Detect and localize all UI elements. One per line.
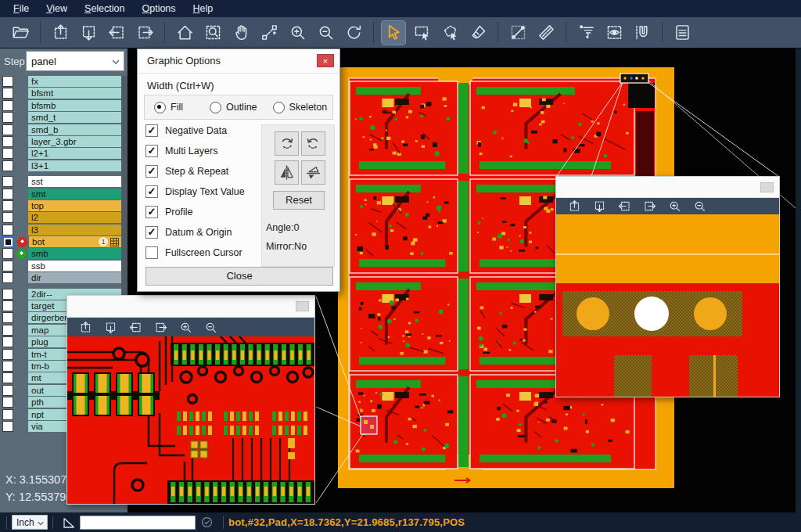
layer-row-smt[interactable]: smt xyxy=(0,189,128,200)
zoom-in-icon[interactable] xyxy=(177,319,194,335)
layer-row-top[interactable]: top xyxy=(0,200,128,211)
layer-name[interactable]: smd_b xyxy=(28,124,121,135)
pan-left-icon[interactable] xyxy=(105,21,128,45)
rect-select-icon[interactable] xyxy=(410,21,433,45)
layer-row-fx[interactable]: fx xyxy=(0,76,128,87)
layer-visibility-checkbox[interactable] xyxy=(2,189,13,200)
corner-angle-icon[interactable] xyxy=(61,515,77,530)
menu-file[interactable]: File xyxy=(5,0,38,17)
magnifier-window-button[interactable] xyxy=(760,182,774,192)
layer-row-dir[interactable]: dir xyxy=(0,272,128,283)
layer-name[interactable]: sst xyxy=(28,176,121,187)
measure-line-icon[interactable] xyxy=(506,21,530,45)
layer-name[interactable]: l2 xyxy=(28,212,121,223)
magnifier-window-top[interactable] xyxy=(555,176,780,397)
zoom-out-icon[interactable] xyxy=(314,21,337,45)
layer-visibility-checkbox[interactable] xyxy=(2,272,13,283)
layer-visibility-checkbox[interactable] xyxy=(2,88,13,99)
layer-visibility-checkbox[interactable] xyxy=(2,76,13,87)
layer-name[interactable]: smd_t xyxy=(28,112,121,123)
layer-row-sst[interactable]: sst xyxy=(0,176,128,187)
zoom-out-icon[interactable] xyxy=(691,199,708,214)
layer-row-layer_3.gbr[interactable]: layer_3.gbr xyxy=(0,136,128,147)
flip-horizontal-icon[interactable] xyxy=(275,160,299,185)
checkbox-datum-origin[interactable]: ✓Datum & Origin xyxy=(145,222,245,243)
zoom-in-icon[interactable] xyxy=(666,199,683,214)
layer-visibility-checkbox[interactable] xyxy=(2,361,13,372)
layer-row-bfsmb[interactable]: bfsmb xyxy=(0,100,128,111)
checkbox-fullscreen-cursor[interactable]: Fullscreen Cursor xyxy=(145,243,245,263)
layer-name[interactable]: top xyxy=(28,200,121,211)
layer-name[interactable]: dir xyxy=(28,272,121,283)
layer-visibility-checkbox[interactable] xyxy=(2,397,13,408)
view-box-icon[interactable] xyxy=(602,21,626,45)
layer-row-l2+1[interactable]: l2+1 xyxy=(0,148,128,159)
layer-visibility-checkbox[interactable] xyxy=(2,160,13,171)
layer-visibility-checkbox[interactable] xyxy=(2,212,13,223)
layer-row-bfsmt[interactable]: bfsmt xyxy=(0,88,128,99)
ruler-icon[interactable] xyxy=(534,21,558,45)
zoom-out-icon[interactable] xyxy=(202,319,219,335)
layer-visibility-checkbox[interactable] xyxy=(2,421,13,432)
close-icon[interactable]: × xyxy=(317,54,334,67)
radio-fill[interactable]: Fill xyxy=(154,102,183,113)
layer-visibility-checkbox[interactable] xyxy=(2,200,13,211)
canvas-scrollbar[interactable] xyxy=(796,49,801,512)
layer-row-smb[interactable]: smb xyxy=(0,248,128,259)
layer-visibility-checkbox[interactable] xyxy=(2,289,13,300)
layer-visibility-checkbox[interactable] xyxy=(2,148,13,159)
layer-visibility-checkbox[interactable] xyxy=(2,112,13,123)
layer-visibility-checkbox[interactable] xyxy=(2,336,13,347)
magnifier-title-bar[interactable] xyxy=(67,296,314,318)
layer-row-l3[interactable]: l3 xyxy=(0,225,128,235)
layer-visibility-checkbox[interactable] xyxy=(2,261,13,271)
layer-visibility-checkbox[interactable] xyxy=(2,372,13,383)
layer-row-l2[interactable]: l2 xyxy=(0,212,128,223)
layer-name[interactable]: l3+1 xyxy=(28,160,121,171)
checkbox-negative-data[interactable]: ✓Negative Data xyxy=(145,120,245,141)
reset-button[interactable]: Reset xyxy=(273,191,325,210)
magnifier-window-bottom[interactable] xyxy=(66,295,315,505)
layer-row-smd_t[interactable]: smd_t xyxy=(0,112,128,123)
menu-selection[interactable]: Selection xyxy=(76,0,133,17)
menu-help[interactable]: Help xyxy=(185,0,222,17)
layer-visibility-checkbox[interactable] xyxy=(2,236,14,248)
layer-visibility-checkbox[interactable] xyxy=(2,300,13,311)
radio-outline[interactable]: Outline xyxy=(210,102,257,113)
layer-visibility-checkbox[interactable] xyxy=(2,385,13,396)
pan-down-icon[interactable] xyxy=(102,319,119,335)
sync-check-icon[interactable] xyxy=(200,516,214,529)
layer-visibility-checkbox[interactable] xyxy=(2,312,13,323)
snap-magnet-icon[interactable] xyxy=(630,21,654,45)
home-icon[interactable] xyxy=(173,21,196,45)
select-cursor-icon[interactable] xyxy=(382,21,405,45)
zoom-window-icon[interactable] xyxy=(201,21,224,45)
menu-view[interactable]: View xyxy=(38,0,76,17)
layer-name[interactable]: smb xyxy=(28,248,121,259)
step-select[interactable]: panel xyxy=(26,51,124,71)
radio-skeleton[interactable]: Skeleton xyxy=(273,102,328,113)
layer-row-bot[interactable]: bot1 xyxy=(0,236,128,247)
pan-up-icon[interactable] xyxy=(77,319,94,335)
magnifier-window-button[interactable] xyxy=(296,301,309,311)
layer-name[interactable]: bfsmb xyxy=(28,100,121,111)
pan-hand-icon[interactable] xyxy=(229,21,253,45)
checkbox-profile[interactable]: ✓Profile xyxy=(145,202,245,222)
layer-name[interactable]: fx xyxy=(28,76,121,87)
zoom-in-icon[interactable] xyxy=(286,21,309,45)
close-button[interactable]: Close xyxy=(145,267,333,286)
layer-visibility-checkbox[interactable] xyxy=(2,248,13,259)
layer-visibility-checkbox[interactable] xyxy=(2,124,13,135)
layers-table-icon[interactable] xyxy=(670,21,694,45)
layer-visibility-checkbox[interactable] xyxy=(2,325,13,336)
rotate-cw-icon[interactable] xyxy=(275,131,299,156)
magnifier-title-bar[interactable] xyxy=(556,177,779,198)
layer-visibility-checkbox[interactable] xyxy=(2,136,13,147)
pan-left-icon[interactable] xyxy=(616,199,633,214)
pan-up-icon[interactable] xyxy=(48,21,72,45)
pan-down-icon[interactable] xyxy=(77,21,100,45)
pan-up-icon[interactable] xyxy=(566,199,583,214)
checkbox-multi-layers[interactable]: ✓Multi Layers xyxy=(145,141,245,161)
layer-visibility-checkbox[interactable] xyxy=(2,176,13,187)
layer-visibility-checkbox[interactable] xyxy=(2,100,13,111)
